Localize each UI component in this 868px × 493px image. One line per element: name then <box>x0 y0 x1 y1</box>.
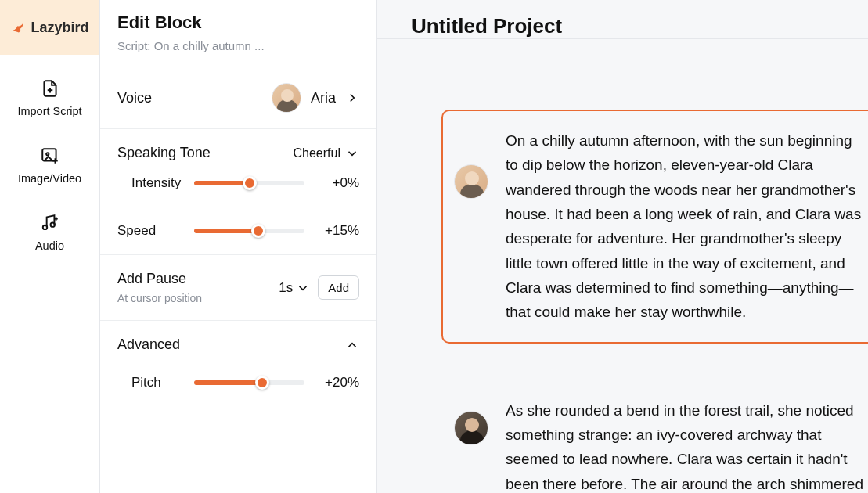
nav-import-script[interactable]: Import Script <box>0 78 99 117</box>
block-text[interactable]: As she rounded a bend in the forest trai… <box>506 380 868 493</box>
file-plus-icon <box>40 78 60 99</box>
nav-item-label: Import Script <box>17 105 81 117</box>
bird-icon <box>10 19 27 36</box>
voice-avatar <box>272 83 301 113</box>
pause-label: Add Pause <box>117 271 202 287</box>
svg-point-2 <box>42 225 46 229</box>
pitch-value: +20% <box>315 375 359 390</box>
add-pause-button[interactable]: Add <box>318 275 359 300</box>
logo: Lazybird <box>0 0 99 55</box>
intensity-slider[interactable] <box>194 181 304 185</box>
voice-selector[interactable]: Voice Aria <box>117 83 359 113</box>
edit-panel: Edit Block Script: On a chilly autumn ..… <box>100 0 377 493</box>
speed-label: Speed <box>117 223 183 239</box>
tone-label: Speaking Tone <box>117 145 211 161</box>
nav-item-label: Audio <box>35 239 64 252</box>
pitch-label: Pitch <box>117 375 183 390</box>
speed-value: +15% <box>315 223 359 239</box>
chevron-right-icon <box>345 91 359 105</box>
svg-point-1 <box>46 153 49 155</box>
project-title[interactable]: Untitled Project <box>412 14 562 38</box>
nav-image-video[interactable]: Image/Video <box>0 146 99 185</box>
speed-slider[interactable] <box>194 229 304 233</box>
canvas: Untitled Project On a chilly autumn afte… <box>377 0 868 493</box>
sidebar: Lazybird Import Script Image/Video <box>0 0 100 493</box>
pitch-slider[interactable] <box>194 380 304 385</box>
intensity-value: +0% <box>315 175 359 191</box>
svg-point-3 <box>50 222 54 226</box>
script-block[interactable]: As she rounded a bend in the forest trai… <box>454 380 868 493</box>
panel-script-snippet: Script: On a chilly autumn ... <box>117 39 359 52</box>
chevron-down-icon <box>345 146 359 160</box>
nav-item-label: Image/Video <box>18 172 81 185</box>
chevron-down-icon <box>296 281 310 295</box>
image-plus-icon <box>40 146 60 166</box>
pause-hint: At cursor position <box>117 292 202 304</box>
nav-audio[interactable]: Audio <box>0 213 99 252</box>
intensity-label: Intensity <box>117 175 183 191</box>
block-avatar <box>454 411 488 445</box>
music-plus-icon <box>40 213 60 233</box>
voice-label: Voice <box>117 90 152 106</box>
voice-name: Aria <box>311 90 336 106</box>
tone-selector[interactable]: Speaking Tone Cheerful <box>117 145 359 161</box>
tone-value: Cheerful <box>294 146 340 160</box>
pause-duration-select[interactable]: 1s <box>279 280 310 296</box>
chevron-up-icon <box>345 338 359 352</box>
panel-title: Edit Block <box>117 13 359 33</box>
script-block[interactable]: On a chilly autumn afternoon, with the s… <box>454 110 868 344</box>
block-avatar <box>454 164 488 199</box>
block-text[interactable]: On a chilly autumn afternoon, with the s… <box>506 110 868 344</box>
advanced-toggle[interactable]: Advanced <box>117 336 359 353</box>
